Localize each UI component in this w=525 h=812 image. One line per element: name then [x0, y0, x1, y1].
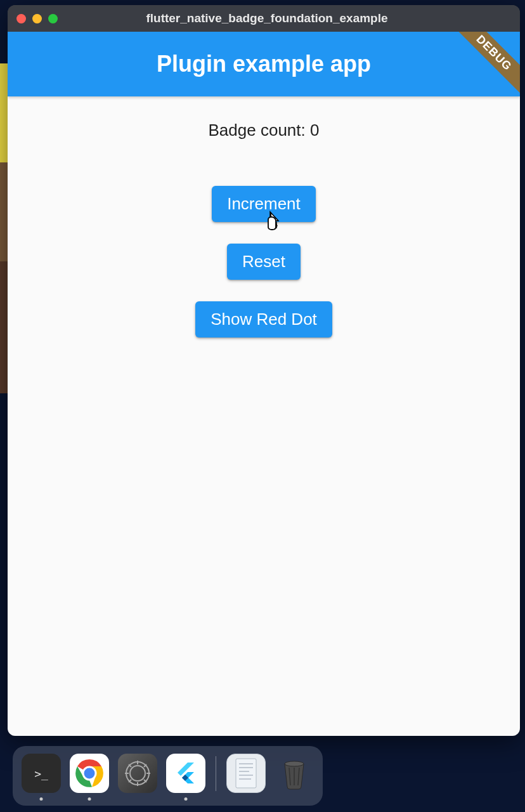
chrome-app-icon[interactable]	[70, 754, 109, 793]
window-titlebar[interactable]: flutter_native_badge_foundation_example	[8, 5, 520, 32]
debug-banner: DEBUG	[449, 32, 520, 98]
svg-rect-13	[236, 759, 256, 788]
minimize-window-button[interactable]	[32, 14, 42, 23]
close-window-button[interactable]	[16, 14, 26, 23]
app-bar: Plugin example app DEBUG	[8, 32, 520, 96]
dock-divider	[216, 756, 216, 791]
reset-button[interactable]: Reset	[227, 244, 301, 280]
show-red-dot-button[interactable]: Show Red Dot	[195, 301, 332, 337]
maximize-window-button[interactable]	[48, 14, 58, 23]
badge-count-label: Badge count: 0	[209, 121, 320, 140]
background-sliver	[0, 63, 8, 393]
app-body: Plugin example app DEBUG Badge count: 0 …	[8, 32, 520, 736]
traffic-lights	[16, 14, 58, 23]
app-window: flutter_native_badge_foundation_example …	[8, 5, 520, 736]
increment-button[interactable]: Increment	[212, 186, 316, 222]
terminal-glyph: >_	[34, 767, 48, 780]
trash-icon[interactable]	[275, 754, 314, 793]
macos-dock: >_	[13, 746, 323, 806]
flutter-app-icon[interactable]	[166, 754, 205, 793]
dock-document-icon[interactable]	[226, 754, 266, 793]
svg-point-4	[130, 766, 145, 781]
system-settings-app-icon[interactable]	[118, 754, 157, 793]
content-area: Badge count: 0 Increment Reset Show Red …	[8, 96, 520, 359]
dock-area: >_	[0, 742, 525, 812]
svg-point-19	[285, 761, 304, 766]
app-bar-title: Plugin example app	[157, 51, 371, 77]
window-title: flutter_native_badge_foundation_example	[58, 11, 476, 25]
terminal-app-icon[interactable]: >_	[22, 754, 61, 793]
